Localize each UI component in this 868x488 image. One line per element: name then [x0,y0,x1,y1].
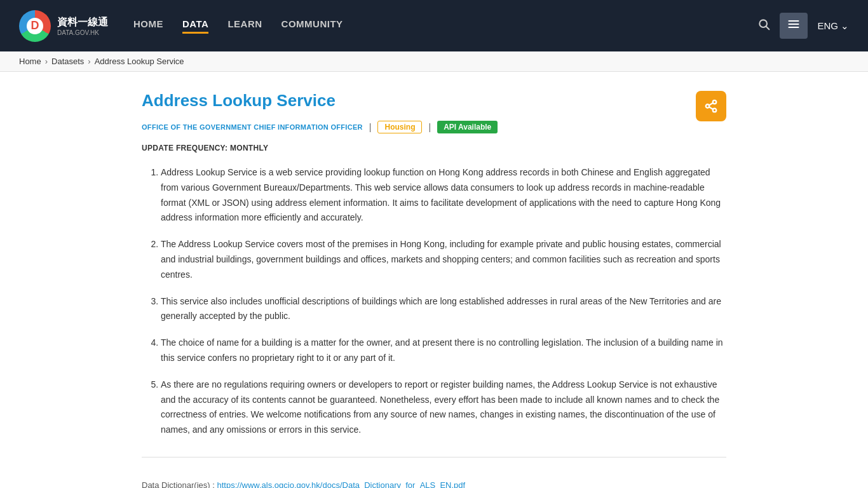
main-content: Address Lookup Service OFFICE OF THE GOV… [123,72,745,488]
page-title: Address Lookup Service [142,91,726,111]
nav-right: ENG ⌄ [757,13,849,39]
svg-line-9 [709,103,713,105]
breadcrumb-current: Address Lookup Service [95,57,184,66]
meta-sep-2: | [428,122,431,132]
logo-text: 資料一線通 DATA.GOV.HK [57,16,108,36]
breadcrumb-sep-2: › [88,57,90,66]
office-link[interactable]: OFFICE OF THE GOVERNMENT CHIEF INFORMATI… [142,123,363,131]
update-freq-value: MONTHLY [230,144,268,152]
description-list: Address Lookup Service is a web service … [142,165,726,438]
meta-sep-1: | [369,122,372,132]
list-item: Address Lookup Service is a web service … [161,165,726,226]
logo-en: DATA.GOV.HK [57,29,108,36]
logo-zh: 資料一線通 [57,16,108,29]
list-item: This service also includes unofficial de… [161,294,726,325]
nav-learn[interactable]: LEARN [227,18,262,34]
breadcrumb-datasets[interactable]: Datasets [51,57,84,66]
meta-row: OFFICE OF THE GOVERNMENT CHIEF INFORMATI… [142,121,726,133]
lang-label: ENG [817,20,838,31]
chevron-down-icon: ⌄ [841,20,849,32]
breadcrumb-sep-1: › [45,57,48,66]
list-item: As there are no regulations requiring ow… [161,377,726,438]
nav-left: D 資料一線通 DATA.GOV.HK HOME DATA LEARN COMM… [19,10,343,42]
svg-line-1 [766,27,770,30]
navbar: D 資料一線通 DATA.GOV.HK HOME DATA LEARN COMM… [0,0,868,51]
breadcrumb-home[interactable]: Home [19,57,41,66]
data-dictionary-row: Data Dictionar(ies) : https://www.als.og… [142,470,726,488]
nav-links: HOME DATA LEARN COMMUNITY [133,18,343,34]
logo-d-letter: D [27,18,43,34]
data-dictionary-link[interactable]: https://www.als.ogcio.gov.hk/docs/Data_D… [217,480,466,488]
tag-api-available: API Available [437,121,498,133]
breadcrumb: Home › Datasets › Address Lookup Service [0,51,868,72]
update-freq-label: UPDATE FREQUENCY: [142,144,227,152]
nav-community[interactable]: COMMUNITY [281,18,343,34]
update-frequency: UPDATE FREQUENCY: MONTHLY [142,144,726,152]
logo-icon: D [19,10,51,42]
menu-button[interactable] [780,13,808,39]
divider-1 [142,457,726,458]
nav-home[interactable]: HOME [133,18,163,34]
data-dictionary-label: Data Dictionar(ies) : [142,480,215,488]
svg-line-8 [709,107,713,109]
share-button[interactable] [696,91,726,121]
search-button[interactable] [757,18,770,34]
list-item: The Address Lookup Service covers most o… [161,237,726,282]
language-button[interactable]: ENG ⌄ [817,20,849,32]
list-item: The choice of name for a building is a m… [161,336,726,366]
nav-data[interactable]: DATA [182,18,208,34]
logo-area[interactable]: D 資料一線通 DATA.GOV.HK [19,10,108,42]
tag-housing: Housing [377,121,422,133]
